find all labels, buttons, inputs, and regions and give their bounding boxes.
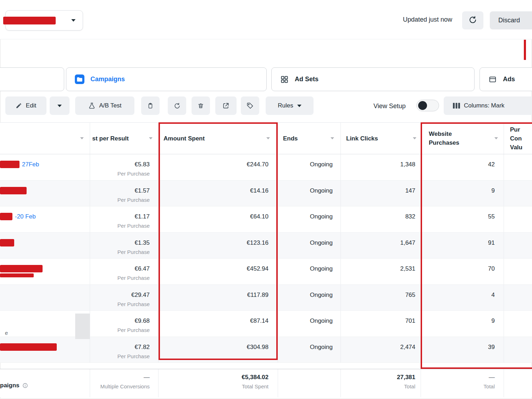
pencil-icon (16, 102, 22, 109)
totals-spent-sub: Total Spent (159, 383, 268, 390)
header-cost-per-result[interactable]: st per Result (90, 123, 158, 154)
header-purchase-conversion-value[interactable]: Pur Con Valu (504, 123, 532, 154)
retry-button[interactable] (168, 96, 186, 115)
totals-cost-cell: — Multiple Conversions (90, 369, 158, 397)
info-icon[interactable] (22, 383, 28, 388)
ends-cell: Ongoing (278, 311, 340, 337)
account-selector[interactable] (5, 10, 83, 31)
columns-button[interactable]: Columns: Mark (444, 96, 532, 115)
tab-ads[interactable]: Ads (480, 67, 532, 91)
cost-value: €1.17 (90, 212, 150, 221)
cost-per-result-cell: €5.83Per Purchase (90, 154, 158, 180)
table-row[interactable]: e€9.68Per Purchase€87.14Ongoing7019 (0, 311, 532, 337)
table-row[interactable]: €1.57Per Purchase€14.16Ongoing1479 (0, 181, 532, 207)
website-purchases-cell: 70 (421, 259, 504, 284)
cost-per-result-cell: €6.47Per Purchase (90, 259, 158, 284)
link-clicks-cell: 1,647 (340, 233, 421, 259)
campaign-name-cell[interactable] (0, 233, 90, 259)
campaigns-folder-icon (75, 74, 84, 84)
header-ends[interactable]: Ends (278, 123, 340, 154)
selection-block (75, 314, 90, 339)
website-purchases-cell: 55 (421, 206, 504, 232)
clicks-value: 765 (341, 290, 415, 300)
header-amount-spent[interactable]: Amount Spent (158, 123, 278, 154)
discard-button[interactable]: Discard (490, 11, 532, 29)
tab-partial-left[interactable] (0, 67, 64, 91)
campaign-name-cell[interactable] (0, 285, 90, 311)
edit-button-label: Edit (26, 102, 36, 109)
amount-spent-cell: €304.98 (158, 337, 278, 363)
view-setup-toggle[interactable] (416, 100, 439, 111)
website-purchases-cell: 91 (421, 233, 504, 259)
amount-spent-cell: €452.94 (158, 259, 278, 284)
sort-caret-icon[interactable] (413, 137, 416, 139)
chevron-down-icon (297, 105, 301, 107)
tag-button[interactable] (241, 96, 259, 115)
table-row[interactable]: €1.35Per Purchase€123.16Ongoing1,64791 (0, 233, 532, 259)
edit-button[interactable]: Edit (5, 96, 46, 115)
chevron-down-icon[interactable] (71, 19, 76, 22)
refresh-button[interactable] (462, 11, 483, 29)
ad-sets-grid-icon (280, 75, 289, 84)
table-row[interactable]: €29.47Per Purchase€117.89Ongoing7654 (0, 285, 532, 311)
campaign-name-cell[interactable]: -20 Feb (0, 206, 90, 232)
campaign-name-cell[interactable] (0, 181, 90, 206)
cost-value: €9.68 (90, 316, 150, 326)
sort-caret-icon[interactable] (266, 137, 270, 139)
table-row[interactable]: €6.47Per Purchase€452.94Ongoing2,53170 (0, 259, 532, 285)
website-purchases-cell: 39 (421, 337, 504, 363)
ads-card-icon (488, 76, 497, 83)
campaign-name-link[interactable]: 27Feb (22, 161, 39, 168)
table-row[interactable]: €7.82Per Purchase€304.98Ongoing2,47439 (0, 337, 532, 363)
header-campaign-name[interactable] (0, 123, 90, 154)
clicks-value: 2,474 (341, 343, 415, 352)
totals-clicks-value: 27,381 (341, 373, 415, 382)
website-purchases-cell: 42 (421, 154, 504, 180)
sort-caret-icon[interactable] (149, 137, 153, 139)
top-bar: Updated just now Discard (0, 0, 532, 39)
tab-ad-sets[interactable]: Ad Sets (271, 67, 475, 91)
purchase-conv-value-cell (504, 154, 532, 180)
header-link-clicks[interactable]: Link Clicks (340, 123, 421, 154)
website-purchases-cell: 4 (421, 285, 504, 311)
totals-cost-value: — (90, 373, 150, 382)
table-row[interactable]: 27Feb€5.83Per Purchase€244.70Ongoing1,34… (0, 154, 532, 181)
header-ends-label: Ends (283, 134, 298, 143)
table-row[interactable]: -20 Feb€1.17Per Purchase€64.10Ongoing832… (0, 206, 532, 233)
header-purchase-conv-label: Pur Con Valu (510, 125, 522, 152)
delete-button[interactable] (192, 96, 210, 115)
campaign-name-fragment: e (5, 330, 8, 336)
edit-dropdown-button[interactable] (50, 96, 70, 115)
link-clicks-cell: 832 (340, 206, 421, 232)
header-website-purchases[interactable]: Website Purchases (421, 123, 504, 154)
ends-cell: Ongoing (278, 233, 340, 259)
campaign-name-link[interactable]: -20 Feb (15, 213, 36, 220)
campaign-name-cell[interactable] (0, 259, 90, 284)
redacted-campaign-name (0, 273, 34, 277)
totals-clicks-cell: 27,381 Total (340, 369, 421, 397)
campaign-name-cell[interactable] (0, 337, 90, 363)
ends-cell: Ongoing (278, 337, 340, 363)
clipboard-button[interactable] (141, 96, 160, 115)
totals-label: paigns (0, 382, 20, 389)
totals-label-cell: paigns (0, 369, 90, 397)
amount-spent-cell: €123.16 (158, 233, 278, 259)
ab-test-label: A/B Test (99, 102, 122, 109)
campaign-name-cell[interactable]: 27Feb (0, 154, 90, 180)
campaign-name-cell[interactable]: e (0, 311, 90, 337)
clicks-value: 1,647 (341, 238, 415, 248)
tab-ad-sets-label: Ad Sets (295, 76, 318, 83)
purchases-value: 91 (421, 238, 495, 248)
sort-caret-icon[interactable] (80, 137, 84, 139)
cost-sub-label: Per Purchase (90, 249, 150, 256)
tab-campaigns[interactable]: Campaigns (66, 67, 267, 91)
sort-caret-icon[interactable] (331, 137, 334, 139)
cost-value: €5.83 (90, 160, 150, 169)
ends-value: Ongoing (278, 212, 333, 221)
sort-caret-icon[interactable] (494, 137, 498, 139)
ab-test-button[interactable]: A/B Test (75, 96, 134, 115)
redacted-campaign-name (0, 343, 57, 351)
rules-button[interactable]: Rules (266, 96, 314, 115)
export-button[interactable] (215, 96, 237, 115)
cost-per-result-cell: €9.68Per Purchase (90, 311, 158, 337)
